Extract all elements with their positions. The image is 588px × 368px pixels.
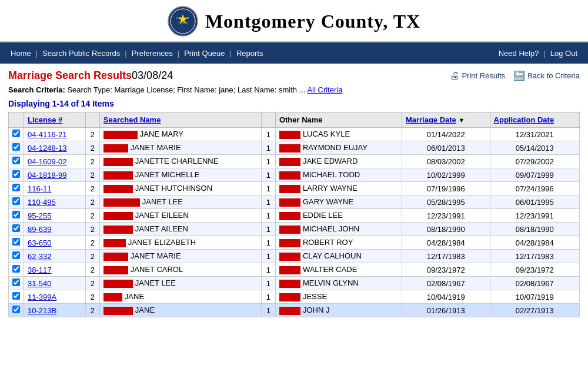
row-marriage-date: 07/19/1996 [402, 182, 490, 195]
row-checkbox[interactable] [12, 224, 20, 232]
row-checkbox-cell[interactable] [9, 223, 24, 236]
nav-home[interactable]: Home [6, 49, 36, 58]
row-searched-name: JANET EILEEN [99, 209, 261, 223]
table-row: 89-6392JANET AILEEN1MICHAEL JOHN08/18/19… [9, 223, 580, 236]
row-checkbox[interactable] [12, 211, 20, 218]
row-party-count-1: 2 [85, 223, 99, 236]
row-license[interactable]: 63-650 [24, 236, 86, 250]
col-app-date[interactable]: Application Date [490, 112, 579, 128]
row-searched-name: JANET MARIE [99, 141, 261, 155]
row-searched-name: JANET LEE [99, 195, 261, 209]
col-n2 [261, 112, 275, 128]
row-license[interactable]: 11-399A [24, 290, 86, 304]
row-checkbox[interactable] [12, 170, 20, 178]
page-title-row: Marriage Search Results03/08/24 🖨 Print … [8, 69, 580, 82]
row-party-count-2: 1 [261, 263, 275, 277]
row-checkbox-cell[interactable] [9, 304, 24, 317]
row-checkbox[interactable] [12, 197, 20, 205]
row-marriage-date: 01/14/2022 [402, 128, 490, 141]
row-checkbox-cell[interactable] [9, 236, 24, 250]
row-license[interactable]: 62-332 [24, 250, 86, 263]
row-party-count-1: 2 [85, 277, 99, 290]
row-party-count-2: 1 [261, 223, 275, 236]
row-other-name: MICHAEL JOHN [275, 223, 402, 236]
nav-log-out[interactable]: Log Out [546, 49, 582, 58]
row-license[interactable]: 110-495 [24, 195, 86, 209]
row-license[interactable]: 116-11 [24, 182, 86, 195]
print-results-label: Print Results [462, 71, 505, 80]
row-application-date: 07/24/1996 [490, 182, 579, 195]
row-application-date: 09/07/1999 [490, 168, 579, 182]
svg-text:TEXAS: TEXAS [178, 21, 188, 24]
row-checkbox-cell[interactable] [9, 182, 24, 195]
row-checkbox-cell[interactable] [9, 290, 24, 304]
row-checkbox-cell[interactable] [9, 141, 24, 155]
nav-preferences[interactable]: Preferences [127, 49, 178, 58]
row-checkbox-cell[interactable] [9, 128, 24, 141]
row-checkbox[interactable] [12, 143, 20, 151]
nav-print-queue[interactable]: Print Queue [179, 49, 229, 58]
row-checkbox[interactable] [12, 292, 20, 300]
table-row: 04-1609-022JANETTE CHARLENNE1JAKE EDWARD… [9, 155, 580, 168]
back-icon: 🔙 [513, 70, 525, 81]
row-checkbox-cell[interactable] [9, 250, 24, 263]
redacted-bar [279, 226, 300, 234]
row-checkbox[interactable] [12, 306, 20, 313]
row-checkbox[interactable] [12, 238, 20, 246]
row-license[interactable]: 04-4116-21 [24, 128, 86, 141]
row-checkbox-cell[interactable] [9, 195, 24, 209]
row-checkbox[interactable] [12, 251, 20, 259]
row-checkbox[interactable] [12, 184, 20, 191]
redacted-bar [103, 253, 128, 261]
row-searched-name: JANE [99, 304, 261, 317]
row-checkbox-cell[interactable] [9, 168, 24, 182]
row-checkbox-cell[interactable] [9, 155, 24, 168]
print-results-button[interactable]: 🖨 Print Results [450, 71, 505, 81]
row-checkbox[interactable] [12, 130, 20, 137]
row-other-name: GARY WAYNE [275, 195, 402, 209]
row-checkbox-cell[interactable] [9, 263, 24, 277]
back-to-criteria-button[interactable]: 🔙 Back to Criteria [513, 70, 580, 81]
row-party-count-1: 2 [85, 304, 99, 317]
col-license[interactable]: License # [24, 112, 86, 128]
redacted-bar [103, 171, 133, 180]
redacted-bar [279, 185, 300, 193]
row-other-name: JAKE EDWARD [275, 155, 402, 168]
row-application-date: 09/23/1972 [490, 263, 579, 277]
row-license[interactable]: 04-1248-13 [24, 141, 86, 155]
redacted-bar [279, 131, 300, 139]
row-application-date: 05/14/2013 [490, 141, 579, 155]
col-searched-name[interactable]: Searched Name [99, 112, 261, 128]
nav-reports[interactable]: Reports [232, 49, 268, 58]
nav-need-help[interactable]: Need Help? [494, 49, 544, 58]
row-checkbox[interactable] [12, 157, 20, 164]
redacted-bar [103, 266, 128, 274]
row-searched-name: JANETTE CHARLENNE [99, 155, 261, 168]
table-row: 11-399A2JANE1JESSE10/04/191910/07/1919 [9, 290, 580, 304]
row-checkbox[interactable] [12, 279, 20, 286]
nav-search-public-records[interactable]: Search Public Records [38, 49, 125, 58]
redacted-bar [279, 171, 300, 180]
row-checkbox-cell[interactable] [9, 277, 24, 290]
row-license[interactable]: 04-1818-99 [24, 168, 86, 182]
col-marriage-date[interactable]: Marriage Date ▼ [402, 112, 490, 128]
redacted-bar [279, 253, 300, 261]
col-n1 [85, 112, 99, 128]
page-title-area: Marriage Search Results03/08/24 [8, 69, 173, 82]
row-checkbox[interactable] [12, 265, 20, 273]
redacted-bar [103, 293, 122, 301]
table-body: 04-4116-212JANE MARY1LUCAS KYLE01/14/202… [9, 128, 580, 317]
row-license[interactable]: 10-213B [24, 304, 86, 317]
row-license[interactable]: 95-255 [24, 209, 86, 223]
row-party-count-2: 1 [261, 250, 275, 263]
all-criteria-link[interactable]: All Criteria [307, 85, 342, 94]
table-row: 04-1248-132JANET MARIE1RAYMOND EUJAY06/0… [9, 141, 580, 155]
row-license[interactable]: 31-540 [24, 277, 86, 290]
redacted-bar [103, 280, 133, 288]
row-party-count-2: 1 [261, 304, 275, 317]
row-checkbox-cell[interactable] [9, 209, 24, 223]
row-license[interactable]: 38-117 [24, 263, 86, 277]
table-row: 04-1818-992JANET MICHELLE1MICHAEL TODD10… [9, 168, 580, 182]
row-license[interactable]: 89-639 [24, 223, 86, 236]
row-license[interactable]: 04-1609-02 [24, 155, 86, 168]
